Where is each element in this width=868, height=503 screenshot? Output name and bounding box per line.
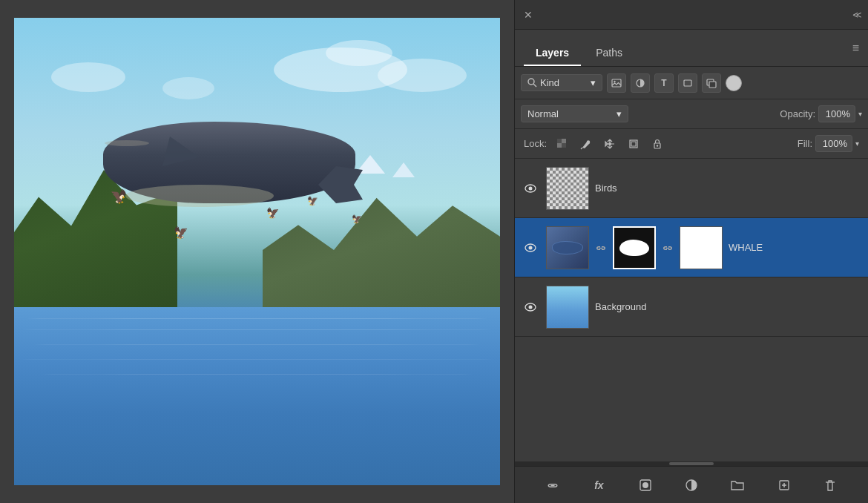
lock-artboard-icon[interactable] [625, 136, 642, 152]
mask-icon [638, 478, 653, 493]
add-mask-button[interactable] [634, 474, 657, 496]
layer-background-thumb [546, 286, 589, 329]
lock-all-icon[interactable] [649, 136, 665, 152]
layer-background-visibility[interactable] [521, 297, 540, 317]
canvas-image: 🦅 🦅 🦅 🦅 🦅 [14, 18, 500, 485]
panel-close-button[interactable]: ✕ [521, 9, 536, 21]
fill-dropdown-arrow[interactable]: ▾ [855, 139, 859, 148]
delete-layer-button[interactable] [819, 474, 841, 496]
search-icon [527, 78, 537, 88]
svg-point-22 [529, 246, 533, 249]
tab-layers[interactable]: Layers [524, 41, 581, 66]
svg-point-0 [528, 79, 534, 85]
shape-filter-icon[interactable] [678, 73, 697, 93]
adjustment-button[interactable] [680, 474, 703, 496]
svg-rect-9 [562, 139, 566, 143]
link-icon [545, 478, 560, 493]
opacity-dropdown-arrow[interactable]: ▾ [858, 110, 862, 118]
shape-icon [683, 78, 693, 88]
layer-whale-chain-right [662, 243, 674, 253]
lock-image-icon[interactable] [578, 136, 594, 152]
smartobj-icon [706, 78, 717, 88]
trash-icon [823, 478, 838, 493]
adjustment-filter-icon[interactable] [631, 73, 650, 93]
fx-icon: fx [594, 479, 603, 491]
eye-icon [524, 241, 537, 254]
lock-transparent-icon[interactable] [554, 136, 571, 152]
panel-collapse-button[interactable]: ≪ [852, 10, 862, 20]
fx-button[interactable]: fx [588, 474, 610, 496]
new-layer-button[interactable] [773, 474, 795, 496]
chain-icon [662, 243, 673, 253]
blend-mode-select[interactable]: Normal ▾ [521, 105, 628, 122]
tab-menu-icon[interactable]: ≡ [852, 42, 859, 55]
filter-row: Kind ▾ T [515, 67, 868, 99]
layer-whale-color-thumb [546, 226, 589, 269]
svg-point-14 [608, 142, 611, 145]
svg-rect-7 [709, 82, 716, 88]
new-layer-icon [777, 478, 792, 493]
blend-row: Normal ▾ Opacity: 100% ▾ [515, 99, 868, 129]
layer-whale-visibility[interactable] [521, 238, 540, 257]
svg-rect-5 [684, 80, 691, 86]
chain-icon [596, 243, 606, 253]
canvas-area: 🦅 🦅 🦅 🦅 🦅 [0, 0, 514, 503]
layer-whale-name: WHALE [729, 242, 862, 253]
lock-position-icon[interactable] [602, 136, 618, 152]
scrollbar-thumb [669, 462, 714, 465]
tab-paths[interactable]: Paths [584, 41, 634, 66]
layer-whale-chain-left [595, 243, 607, 253]
text-filter-icon[interactable]: T [654, 73, 674, 93]
svg-point-3 [614, 80, 615, 82]
layer-birds-thumb [546, 167, 589, 210]
layer-background-name: Background [595, 301, 862, 312]
layer-whale-white-thumb [680, 226, 723, 269]
svg-line-1 [533, 84, 536, 87]
layers-toolbar: fx [515, 466, 868, 503]
svg-rect-10 [557, 143, 562, 148]
group-layers-button[interactable] [726, 474, 749, 496]
link-layers-button[interactable] [542, 474, 564, 496]
opacity-section: Opacity: 100% ▾ [780, 105, 862, 122]
svg-rect-8 [557, 139, 562, 143]
kind-filter-select[interactable]: Kind ▾ [521, 74, 602, 91]
lock-row: Lock: [515, 129, 868, 159]
svg-point-26 [529, 305, 533, 309]
panel-header: ✕ ≪ [515, 0, 868, 30]
text-icon: T [661, 78, 666, 88]
tabs-row: Layers Paths ≡ [515, 30, 868, 67]
whale-element [88, 99, 363, 226]
opacity-value[interactable]: 100% [818, 105, 855, 122]
svg-point-20 [529, 186, 533, 190]
layer-birds-visibility[interactable] [521, 179, 540, 198]
image-icon [611, 78, 622, 88]
folder-icon [730, 478, 745, 493]
layer-birds-name: Birds [595, 183, 862, 194]
layer-background[interactable]: Background [515, 277, 868, 337]
svg-rect-2 [612, 79, 621, 87]
layers-list: Birds [515, 159, 868, 461]
fill-section: Fill: 100% ▾ [798, 135, 859, 152]
svg-rect-16 [631, 142, 636, 146]
layer-whale-mask-thumb [613, 226, 656, 269]
image-filter-icon[interactable] [607, 73, 626, 93]
svg-rect-11 [562, 143, 566, 148]
adjustment-icon [684, 478, 699, 493]
layer-birds[interactable]: Birds [515, 159, 868, 218]
water [14, 307, 500, 485]
eye-icon [524, 182, 537, 195]
svg-point-29 [642, 482, 648, 488]
svg-line-13 [581, 148, 582, 149]
svg-point-18 [657, 145, 658, 146]
fill-value[interactable]: 100% [815, 135, 852, 152]
eye-icon [524, 300, 537, 314]
layers-panel: ✕ ≪ Layers Paths ≡ Kind ▾ [514, 0, 868, 503]
svg-point-12 [587, 140, 590, 143]
smartobj-filter-icon[interactable] [702, 73, 721, 93]
layer-whale[interactable]: WHALE [515, 218, 868, 277]
circle-half-icon [635, 78, 645, 88]
filter-circle-icon[interactable] [726, 75, 742, 91]
